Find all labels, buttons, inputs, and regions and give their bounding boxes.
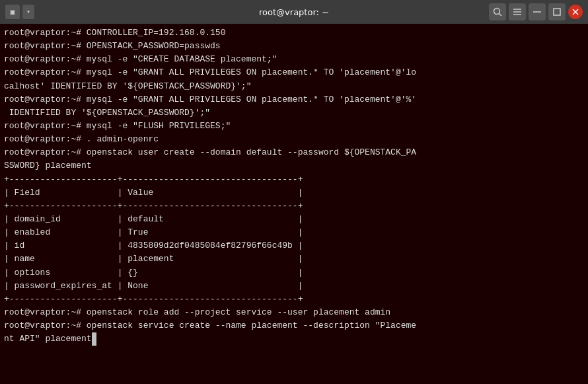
titlebar-dropdown-btn[interactable]: ▾ [22, 5, 34, 19]
terminal-line: root@vraptor:~# openstack user create --… [4, 147, 416, 157]
search-button[interactable] [489, 3, 506, 20]
menu-button[interactable] [509, 3, 526, 20]
svg-rect-6 [554, 9, 560, 15]
minimize-button[interactable] [529, 3, 546, 20]
terminal-line: calhost' IDENTIFIED BY '${OPENSTACK_PASS… [4, 81, 251, 91]
terminal-line: | id | 4835809d2df0485084ef82796f66c49b … [4, 241, 303, 250]
terminal-line: | enabled | True | [4, 227, 303, 237]
terminal-line: +---------------------+-----------------… [4, 174, 303, 184]
titlebar-controls [489, 3, 583, 20]
maximize-icon [553, 8, 561, 16]
terminal-line: root@vraptor:~# CONTROLLER_IP=192.168.0.… [4, 28, 225, 38]
terminal-line: root@vraptor:~# openstack role add --pro… [4, 307, 390, 317]
terminal-line: nt API" placement [4, 334, 96, 344]
titlebar: ▣ ▾ root@vraptor: ~ [0, 0, 588, 24]
terminal-line: | options | {} | [4, 268, 303, 278]
terminal-line: +---------------------+-----------------… [4, 201, 303, 211]
terminal-line: root@vraptor:~# . admin-openrc [4, 134, 159, 144]
terminal-line: root@vraptor:~# OPENSTACK_PASSWORD=passw… [4, 41, 221, 51]
terminal-line: +---------------------+-----------------… [4, 294, 303, 304]
terminal-line: root@vraptor:~# mysql -e "FLUSH PRIVILEG… [4, 121, 231, 131]
window-title: root@vraptor: ~ [259, 7, 329, 17]
close-button[interactable] [568, 5, 583, 19]
svg-line-1 [499, 14, 502, 17]
terminal-area[interactable]: root@vraptor:~# CONTROLLER_IP=192.168.0.… [0, 24, 588, 384]
terminal-cursor [92, 332, 97, 346]
search-icon [493, 7, 502, 17]
terminal-line: IDENTIFIED BY '${OPENSTACK_PASSWORD}';" [4, 108, 210, 118]
close-icon [572, 9, 579, 15]
terminal-line: | domain_id | default | [4, 214, 303, 224]
terminal-line: root@vraptor:~# openstack service create… [4, 321, 416, 330]
minimize-icon [533, 11, 541, 13]
terminal-line: root@vraptor:~# mysql -e "GRANT ALL PRIV… [4, 95, 416, 104]
svg-point-0 [494, 9, 500, 15]
terminal-line: SSWORD} placement [4, 161, 92, 171]
terminal-line: root@vraptor:~# mysql -e "CREATE DATABAS… [4, 54, 277, 64]
menu-icon [513, 8, 522, 16]
terminal-icon: ▣ [5, 5, 20, 19]
terminal-line: | Field | Value | [4, 188, 303, 198]
terminal-line: | password_expires_at | None | [4, 281, 303, 291]
maximize-button[interactable] [548, 3, 566, 20]
terminal-line: | name | placement | [4, 254, 303, 264]
titlebar-left: ▣ ▾ [5, 5, 34, 19]
terminal-line: root@vraptor:~# mysql -e "GRANT ALL PRIV… [4, 67, 416, 77]
